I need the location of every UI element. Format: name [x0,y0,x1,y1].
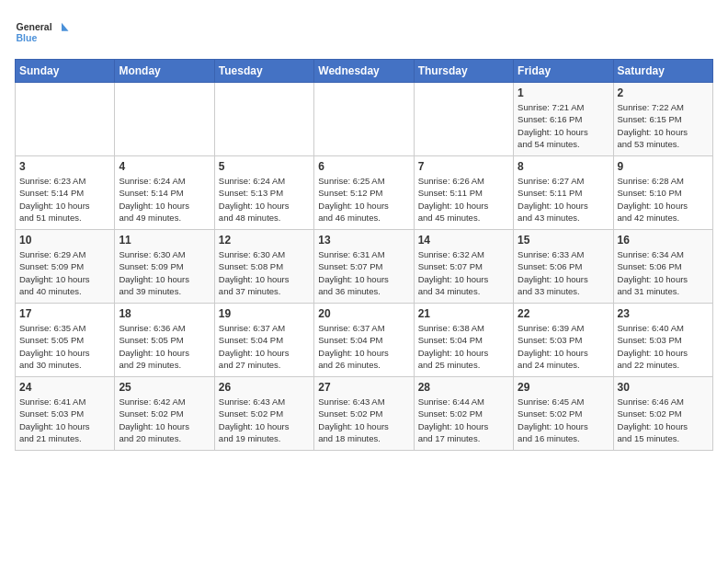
day-info: Sunrise: 6:27 AM Sunset: 5:11 PM Dayligh… [518,175,609,224]
calendar-cell [414,83,513,156]
day-number: 22 [518,307,609,320]
weekday-header: Tuesday [214,60,313,83]
day-number: 13 [318,234,409,247]
day-info: Sunrise: 6:34 AM Sunset: 5:06 PM Dayligh… [618,248,709,297]
calendar-cell: 10Sunrise: 6:29 AM Sunset: 5:09 PM Dayli… [16,230,115,304]
day-number: 21 [418,307,509,320]
calendar-cell: 28Sunrise: 6:44 AM Sunset: 5:02 PM Dayli… [414,377,513,451]
day-info: Sunrise: 7:22 AM Sunset: 6:15 PM Dayligh… [618,101,709,150]
calendar-cell: 13Sunrise: 6:31 AM Sunset: 5:07 PM Dayli… [314,230,414,304]
calendar-cell [314,83,414,156]
day-number: 7 [418,160,509,173]
day-number: 1 [518,86,609,99]
day-number: 24 [19,381,110,394]
calendar-cell: 20Sunrise: 6:37 AM Sunset: 5:04 PM Dayli… [314,304,414,377]
day-info: Sunrise: 6:30 AM Sunset: 5:08 PM Dayligh… [219,248,310,297]
weekday-header: Wednesday [314,60,414,83]
day-number: 25 [119,381,210,394]
logo: General Blue [15,15,70,52]
calendar-cell: 15Sunrise: 6:33 AM Sunset: 5:06 PM Dayli… [514,230,613,304]
calendar-cell: 5Sunrise: 6:24 AM Sunset: 5:13 PM Daylig… [214,156,313,230]
day-info: Sunrise: 6:24 AM Sunset: 5:14 PM Dayligh… [119,175,210,224]
page-header: General Blue [15,15,713,52]
day-number: 30 [618,381,709,394]
day-number: 6 [318,160,409,173]
day-number: 16 [618,234,709,247]
weekday-header: Saturday [613,60,712,83]
calendar-cell: 21Sunrise: 6:38 AM Sunset: 5:04 PM Dayli… [414,304,513,377]
day-info: Sunrise: 6:45 AM Sunset: 5:02 PM Dayligh… [518,396,609,444]
day-info: Sunrise: 6:37 AM Sunset: 5:04 PM Dayligh… [318,322,409,371]
calendar-cell [16,83,115,156]
calendar-cell: 14Sunrise: 6:32 AM Sunset: 5:07 PM Dayli… [414,230,513,304]
weekday-header: Monday [115,60,214,83]
day-info: Sunrise: 6:46 AM Sunset: 5:02 PM Dayligh… [618,396,709,444]
day-info: Sunrise: 6:24 AM Sunset: 5:13 PM Dayligh… [219,175,310,224]
calendar-cell: 18Sunrise: 6:36 AM Sunset: 5:05 PM Dayli… [115,304,214,377]
calendar-cell: 3Sunrise: 6:23 AM Sunset: 5:14 PM Daylig… [16,156,115,230]
day-info: Sunrise: 6:41 AM Sunset: 5:03 PM Dayligh… [19,396,110,444]
calendar-cell: 4Sunrise: 6:24 AM Sunset: 5:14 PM Daylig… [115,156,214,230]
calendar-cell: 29Sunrise: 6:45 AM Sunset: 5:02 PM Dayli… [514,377,613,451]
calendar-table: SundayMondayTuesdayWednesdayThursdayFrid… [15,59,713,451]
day-number: 11 [119,234,210,247]
weekday-header: Sunday [16,60,115,83]
day-number: 19 [219,307,310,320]
calendar-cell: 2Sunrise: 7:22 AM Sunset: 6:15 PM Daylig… [613,83,712,156]
day-number: 8 [518,160,609,173]
day-number: 15 [518,234,609,247]
day-info: Sunrise: 6:44 AM Sunset: 5:02 PM Dayligh… [418,396,509,444]
calendar-cell: 16Sunrise: 6:34 AM Sunset: 5:06 PM Dayli… [613,230,712,304]
calendar-cell: 1Sunrise: 7:21 AM Sunset: 6:16 PM Daylig… [514,83,613,156]
day-info: Sunrise: 6:23 AM Sunset: 5:14 PM Dayligh… [19,175,110,224]
calendar-cell: 25Sunrise: 6:42 AM Sunset: 5:02 PM Dayli… [115,377,214,451]
day-info: Sunrise: 6:43 AM Sunset: 5:02 PM Dayligh… [318,396,409,444]
calendar-cell [214,83,313,156]
svg-text:General: General [17,21,52,32]
day-number: 27 [318,381,409,394]
day-info: Sunrise: 6:38 AM Sunset: 5:04 PM Dayligh… [418,322,509,371]
calendar-cell: 7Sunrise: 6:26 AM Sunset: 5:11 PM Daylig… [414,156,513,230]
day-number: 5 [219,160,310,173]
day-info: Sunrise: 6:25 AM Sunset: 5:12 PM Dayligh… [318,175,409,224]
day-info: Sunrise: 6:32 AM Sunset: 5:07 PM Dayligh… [418,248,509,297]
day-number: 10 [19,234,110,247]
day-number: 12 [219,234,310,247]
calendar-cell: 8Sunrise: 6:27 AM Sunset: 5:11 PM Daylig… [514,156,613,230]
calendar-cell: 11Sunrise: 6:30 AM Sunset: 5:09 PM Dayli… [115,230,214,304]
day-number: 9 [618,160,709,173]
day-number: 14 [418,234,509,247]
svg-text:Blue: Blue [17,32,38,43]
day-info: Sunrise: 6:37 AM Sunset: 5:04 PM Dayligh… [219,322,310,371]
day-number: 23 [618,307,709,320]
weekday-header: Friday [514,60,613,83]
day-info: Sunrise: 6:30 AM Sunset: 5:09 PM Dayligh… [119,248,210,297]
day-number: 26 [219,381,310,394]
day-number: 28 [418,381,509,394]
day-info: Sunrise: 6:31 AM Sunset: 5:07 PM Dayligh… [318,248,409,297]
calendar-cell: 19Sunrise: 6:37 AM Sunset: 5:04 PM Dayli… [214,304,313,377]
day-info: Sunrise: 6:28 AM Sunset: 5:10 PM Dayligh… [618,175,709,224]
day-info: Sunrise: 6:42 AM Sunset: 5:02 PM Dayligh… [119,396,210,444]
day-number: 29 [518,381,609,394]
day-info: Sunrise: 6:39 AM Sunset: 5:03 PM Dayligh… [518,322,609,371]
day-number: 3 [19,160,110,173]
calendar-cell: 26Sunrise: 6:43 AM Sunset: 5:02 PM Dayli… [214,377,313,451]
calendar-cell: 12Sunrise: 6:30 AM Sunset: 5:08 PM Dayli… [214,230,313,304]
weekday-header: Thursday [414,60,513,83]
calendar-cell: 9Sunrise: 6:28 AM Sunset: 5:10 PM Daylig… [613,156,712,230]
svg-marker-2 [62,23,69,31]
day-number: 20 [318,307,409,320]
calendar-cell: 30Sunrise: 6:46 AM Sunset: 5:02 PM Dayli… [613,377,712,451]
calendar-cell: 17Sunrise: 6:35 AM Sunset: 5:05 PM Dayli… [16,304,115,377]
logo-svg: General Blue [15,15,70,52]
day-number: 2 [618,86,709,99]
calendar-cell: 6Sunrise: 6:25 AM Sunset: 5:12 PM Daylig… [314,156,414,230]
day-info: Sunrise: 7:21 AM Sunset: 6:16 PM Dayligh… [518,101,609,150]
day-info: Sunrise: 6:33 AM Sunset: 5:06 PM Dayligh… [518,248,609,297]
calendar-cell: 23Sunrise: 6:40 AM Sunset: 5:03 PM Dayli… [613,304,712,377]
day-number: 18 [119,307,210,320]
calendar-cell: 24Sunrise: 6:41 AM Sunset: 5:03 PM Dayli… [16,377,115,451]
day-info: Sunrise: 6:26 AM Sunset: 5:11 PM Dayligh… [418,175,509,224]
day-info: Sunrise: 6:36 AM Sunset: 5:05 PM Dayligh… [119,322,210,371]
